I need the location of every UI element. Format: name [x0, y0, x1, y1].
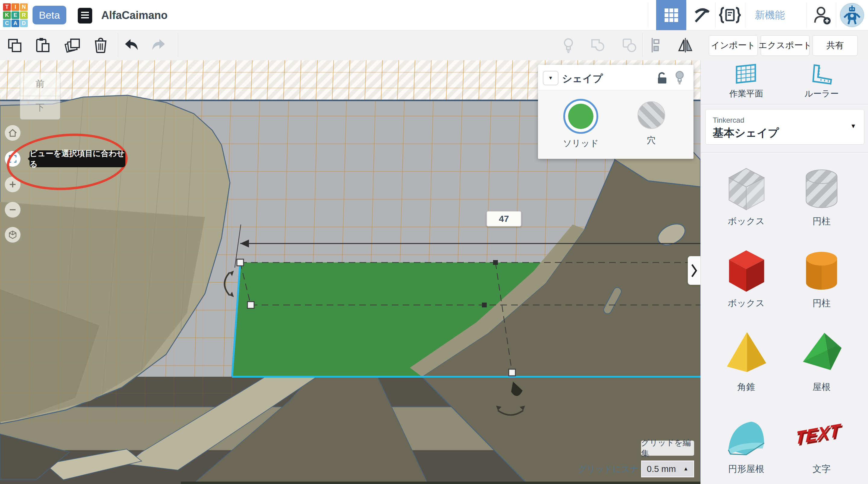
scale-handle[interactable] [247, 302, 254, 308]
share-button[interactable]: 共有 [812, 35, 858, 56]
user-avatar[interactable] [840, 3, 864, 27]
tinkercad-app: T I N K E R C A D Beta AlfaCaimano [0, 0, 868, 484]
snap-grid-select[interactable]: 0.5 mm ▲ [641, 460, 694, 477]
workplane-label: 作業平面 [730, 88, 763, 99]
design-properties-icon[interactable] [78, 8, 92, 24]
align-button[interactable] [647, 36, 666, 55]
shape-item-round-roof[interactable]: 円形屋根 [710, 410, 782, 475]
library-name: 基本シェイプ [713, 126, 779, 141]
export-button[interactable]: エクスポート [761, 35, 809, 56]
design-title[interactable]: AlfaCaimano [101, 9, 167, 22]
beta-badge[interactable]: Beta [33, 6, 66, 24]
hole-swatch [638, 101, 665, 129]
copy-icon [6, 37, 23, 53]
hole-cylinder-icon [798, 162, 846, 214]
scale-handle[interactable] [237, 259, 244, 266]
plus-icon [7, 179, 18, 190]
ruler-tool[interactable]: ルーラー [788, 63, 855, 102]
mirror-button[interactable] [676, 36, 695, 55]
box-icon [722, 244, 770, 296]
logo-tile: N [20, 3, 28, 11]
lock-icon[interactable] [655, 71, 668, 85]
import-button[interactable]: インポート [709, 35, 758, 56]
redo-icon [150, 38, 167, 53]
shape-item-hole-box[interactable]: ボックス [710, 162, 782, 228]
shape-item-hole-cylinder[interactable]: 円柱 [785, 162, 858, 228]
group-button[interactable] [588, 36, 607, 55]
visibility-bulb-icon[interactable] [674, 70, 685, 85]
shape-item-roof[interactable]: 屋根 [785, 328, 858, 393]
shape-label: 円形屋根 [728, 463, 764, 475]
delete-button[interactable] [91, 36, 110, 55]
shape-item-box[interactable]: ボックス [710, 244, 782, 309]
copy-button[interactable] [5, 36, 24, 55]
shape-label: 文字 [812, 463, 831, 475]
roof-icon [798, 328, 846, 380]
shape-panel-header: ▼ シェイプ [538, 65, 693, 90]
solid-option[interactable]: ソリッド [551, 99, 611, 149]
invite-user-button[interactable] [808, 0, 837, 30]
hole-option[interactable]: 穴 [621, 99, 681, 147]
tinkercad-logo[interactable]: T I N K E R C A D [3, 3, 28, 27]
logo-tile: T [3, 3, 11, 11]
logo-tile: K [3, 11, 11, 19]
divider [178, 33, 178, 57]
shape-label: 角錐 [737, 381, 755, 393]
zoom-out-button[interactable] [5, 202, 21, 218]
shape-label: 円柱 [812, 297, 831, 309]
shape-panel-body: ソリッド 穴 [538, 90, 693, 159]
text-shape-icon: TEXT TEXT [798, 410, 846, 462]
ungroup-button[interactable] [620, 36, 639, 55]
codeblocks-icon [719, 6, 741, 24]
add-person-icon [812, 5, 832, 25]
3d-viewport[interactable]: 前 下 [0, 60, 701, 484]
dimension-value-field[interactable]: 47 [487, 211, 521, 226]
shape-library-dropdown[interactable]: Tinkercad 基本シェイプ ▼ [705, 109, 864, 145]
ruler-icon [809, 63, 834, 86]
cylinder-icon [798, 244, 846, 296]
paste-button[interactable] [33, 36, 52, 55]
workplane-tool[interactable]: 作業平面 [713, 63, 779, 102]
whats-new-link[interactable]: 新機能 [755, 0, 785, 30]
hole-label: 穴 [647, 134, 656, 147]
undo-button[interactable] [121, 36, 141, 55]
logo-tile: C [3, 20, 11, 27]
bottom-cropped-bar [181, 482, 701, 484]
view-cube-front[interactable]: 前 [20, 72, 60, 96]
divider [648, 2, 648, 28]
view-cube[interactable]: 前 下 [20, 72, 60, 120]
duplicate-button[interactable] [63, 36, 82, 55]
divider [745, 2, 745, 28]
minus-icon [7, 204, 18, 215]
scale-handle[interactable] [509, 369, 516, 376]
panel-title: シェイプ [562, 72, 603, 86]
edge-handle[interactable] [482, 303, 487, 307]
shape-label: ボックス [728, 297, 765, 309]
show-all-button[interactable] [559, 36, 578, 55]
shapes-sidebar: 作業平面 ルーラー Tinkercad 基本シェイプ ▼ ボ [701, 60, 868, 484]
shape-label: ボックス [728, 215, 765, 228]
perspective-toggle-button[interactable] [5, 227, 21, 243]
codeblocks-button[interactable] [715, 0, 744, 30]
shape-inspector-panel: ▼ シェイプ ソリッド 穴 [538, 65, 693, 159]
edit-toolbar: インポート エクスポート 共有 [0, 30, 868, 60]
divider [118, 33, 118, 57]
dashboard-grid-button[interactable] [656, 0, 686, 30]
shape-item-pyramid[interactable]: 角錐 [710, 328, 782, 393]
grid-icon [663, 7, 679, 23]
shape-item-cylinder[interactable]: 円柱 [785, 244, 858, 309]
sidebar-collapse-tab[interactable] [688, 256, 701, 285]
shape-item-text[interactable]: TEXT TEXT 文字 [785, 410, 858, 475]
shape-label: 円柱 [812, 215, 831, 228]
view-cube-bottom[interactable]: 下 [20, 96, 60, 120]
panel-collapse-button[interactable]: ▼ [543, 71, 558, 85]
align-icon [649, 37, 664, 54]
edge-handle[interactable] [493, 260, 498, 265]
home-view-button[interactable] [5, 125, 21, 141]
home-icon [7, 127, 18, 138]
mirror-icon [677, 37, 694, 54]
minecraft-export-button[interactable] [687, 0, 715, 30]
ungroup-icon [621, 37, 638, 54]
edit-grid-button[interactable]: グリッドを編集 [641, 441, 694, 456]
redo-button[interactable] [149, 36, 168, 55]
